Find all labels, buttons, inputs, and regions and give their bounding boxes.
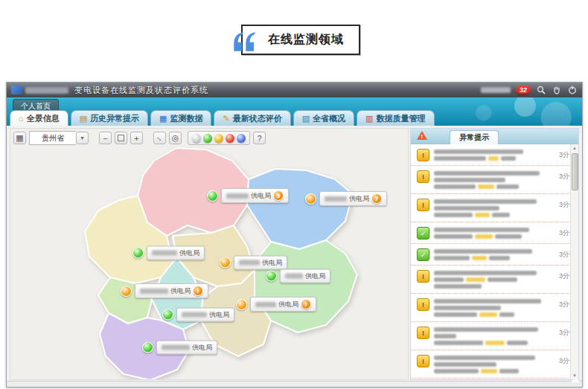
tab-label: 最新状态评价 [233, 113, 282, 124]
alert-text-blurred [434, 170, 546, 190]
alert-row-7[interactable]: !3分钟前报警中 [411, 294, 571, 322]
province-map: 供电局5供电局7供电局供电局供电局!供电局供电局!供电局供电局 [10, 147, 408, 379]
map-label-2[interactable]: 供电局7 [305, 191, 387, 206]
province-select-value[interactable]: 贵州省 [29, 131, 76, 145]
alerts-header: ! 异常提示 [411, 129, 578, 144]
alerts-scrollbar[interactable]: ▲ ▼ [570, 144, 578, 379]
bureau-label: 供电局 [176, 308, 234, 322]
zoom-out-button[interactable]: − [99, 132, 112, 144]
bureau-name-blurred [239, 260, 260, 266]
bureau-name-blurred [182, 312, 207, 318]
reset-extent-icon [118, 135, 124, 141]
tab-2[interactable]: ▤历史异常提示 [71, 110, 148, 126]
headline-box: 在线监测领域 [241, 25, 360, 55]
alert-row-8[interactable]: !3分钟前报警中 [411, 322, 571, 350]
northeast-region[interactable] [247, 169, 353, 249]
pan-hand-icon[interactable] [552, 85, 562, 95]
bureau-suffix: 供电局 [251, 191, 271, 201]
status-dot-green-icon [132, 248, 144, 259]
alert-row-2[interactable]: !3分钟前报警中 [411, 166, 571, 194]
power-icon[interactable] [567, 85, 578, 95]
map-label-9[interactable]: 供电局 [142, 341, 217, 355]
status-dot-blue[interactable] [237, 134, 246, 143]
tab-4[interactable]: ✎最新状态评价 [214, 110, 290, 126]
map-label-7[interactable]: 供电局! [236, 297, 316, 312]
main-tabs: ⌂全景信息▤历史异常提示▦监测数据✎最新状态评价▧全省概况▥数据质量管理 [10, 110, 435, 126]
alert-row-1[interactable]: !3分钟前报警中 [411, 144, 571, 166]
tab-5[interactable]: ▧全省概况 [293, 110, 354, 126]
alarm-icon: ! [417, 170, 429, 183]
alarm-icon: ! [417, 298, 429, 311]
resolved-icon: ✓ [417, 227, 429, 239]
bureau-suffix: 供电局 [209, 310, 229, 320]
alarm-icon: ! [417, 270, 429, 283]
alert-time: 3分钟前 [550, 356, 571, 374]
data-icon: ▦ [159, 115, 167, 123]
tab-label: 历史异常提示 [90, 113, 139, 124]
province-select[interactable]: 贵州省 ▼ [29, 131, 89, 145]
zoom-in-button[interactable]: + [130, 132, 143, 144]
scroll-up-icon[interactable]: ▲ [571, 144, 578, 152]
alarm-icon: ! [417, 327, 429, 339]
alert-text-blurred [434, 269, 546, 289]
pan-mode-button[interactable]: ↔ [153, 132, 166, 144]
map-toolbar: ▦ 贵州省 ▼ − + ↔ ◎ ? [10, 129, 408, 147]
alert-row-9[interactable]: !3分钟前报警中 [411, 350, 571, 379]
warning-triangle-icon: ! [417, 131, 428, 141]
locate-button[interactable]: ◎ [169, 132, 182, 144]
alert-text-blurred [434, 148, 546, 161]
help-button[interactable]: ? [253, 132, 266, 144]
tab-6[interactable]: ▥数据质量管理 [357, 110, 434, 126]
tab-label: 全景信息 [27, 113, 60, 124]
scrollbar-thumb[interactable] [572, 153, 578, 190]
alarm-icon: ! [417, 149, 429, 161]
search-icon[interactable] [536, 85, 546, 95]
alert-time: 3分钟前 [550, 300, 571, 318]
tab-label: 监测数据 [170, 113, 202, 124]
bureau-name-blurred [255, 302, 276, 307]
status-filter-group [188, 131, 250, 145]
status-dot-green[interactable] [203, 134, 212, 143]
bureau-name-blurred [152, 251, 177, 256]
bureau-label: 供电局 [280, 269, 330, 283]
map-label-4[interactable]: 供电局 [220, 256, 287, 270]
bureau-name-blurred [162, 345, 190, 350]
status-dot-red[interactable] [226, 134, 234, 143]
chevron-down-icon[interactable]: ▼ [76, 132, 89, 144]
bureau-name-blurred [325, 196, 347, 202]
app-title: 变电设备在线监测及状态评价系统 [74, 85, 208, 96]
alert-text-blurred [434, 354, 546, 374]
alerts-list: !3分钟前报警中!3分钟前报警中!3分钟前报警中✓3分钟前关 闭✓3分钟前关 闭… [411, 144, 571, 379]
map-label-3[interactable]: 供电局 [132, 246, 205, 260]
zoom-reset-button[interactable] [115, 132, 127, 144]
map-label-6[interactable]: 供电局 [266, 269, 330, 283]
history-icon: ▤ [80, 115, 87, 123]
notification-badge[interactable]: 32 [515, 86, 531, 94]
map-label-8[interactable]: 供电局 [162, 308, 234, 322]
overview-icon: ▧ [302, 115, 310, 123]
tab-3[interactable]: ▦监测数据 [150, 110, 211, 126]
layers-icon[interactable]: ▦ [13, 132, 26, 144]
alert-time: 3分钟前 [550, 150, 571, 161]
map-label-1[interactable]: 供电局5 [207, 188, 289, 203]
status-dot-green-icon [266, 271, 277, 282]
alert-row-10[interactable]: !3分钟前报警中 [411, 379, 571, 379]
alert-time: 3分钟前 [550, 228, 571, 239]
status-dot-gray[interactable] [192, 134, 201, 143]
bureau-label: 供电局7 [319, 191, 387, 206]
alert-row-4[interactable]: ✓3分钟前关 闭 [411, 222, 571, 244]
alert-row-3[interactable]: !3分钟前报警中 [411, 194, 571, 222]
alert-row-5[interactable]: ✓3分钟前关 闭 [411, 244, 571, 266]
org-name-blurred [25, 87, 68, 94]
status-dot-green-icon [162, 309, 173, 321]
map-label-5[interactable]: 供电局! [121, 283, 208, 298]
tab-1[interactable]: ⌂全景信息 [10, 110, 68, 126]
alert-text-blurred [434, 326, 546, 346]
alarm-count-badge: ! [193, 286, 203, 296]
alerts-tab[interactable]: 异常提示 [450, 130, 499, 144]
alert-time: 3分钟前 [550, 328, 571, 346]
bureau-suffix: 供电局 [349, 194, 369, 204]
status-dot-yellow[interactable] [214, 134, 223, 143]
alert-text-blurred [434, 248, 546, 261]
alert-row-6[interactable]: !3分钟前报警中 [411, 266, 571, 294]
